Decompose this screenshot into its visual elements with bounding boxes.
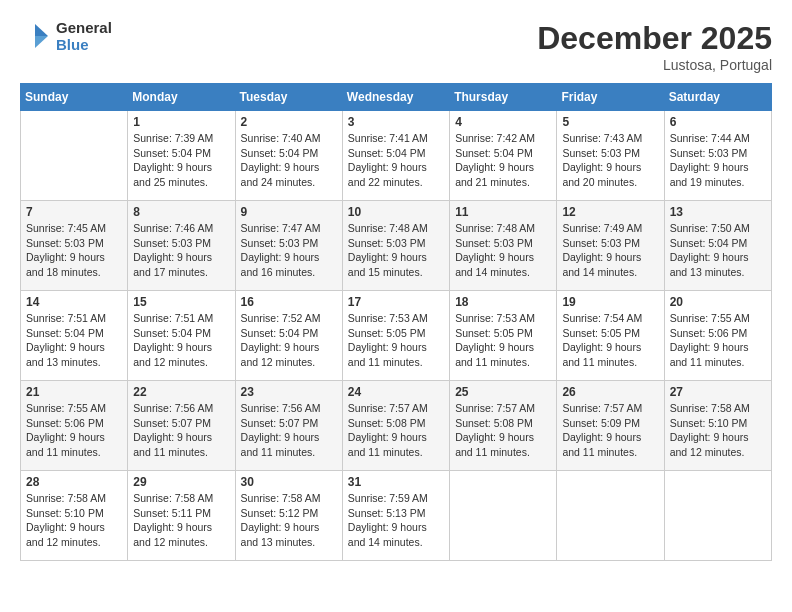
day-info: Sunrise: 7:51 AM Sunset: 5:04 PM Dayligh… [26, 311, 122, 370]
day-info: Sunrise: 7:57 AM Sunset: 5:08 PM Dayligh… [348, 401, 444, 460]
day-info: Sunrise: 7:54 AM Sunset: 5:05 PM Dayligh… [562, 311, 658, 370]
calendar-cell: 3Sunrise: 7:41 AM Sunset: 5:04 PM Daylig… [342, 111, 449, 201]
calendar-cell: 1Sunrise: 7:39 AM Sunset: 5:04 PM Daylig… [128, 111, 235, 201]
day-number: 13 [670, 205, 766, 219]
svg-marker-0 [35, 24, 48, 36]
day-info: Sunrise: 7:43 AM Sunset: 5:03 PM Dayligh… [562, 131, 658, 190]
calendar-cell: 20Sunrise: 7:55 AM Sunset: 5:06 PM Dayli… [664, 291, 771, 381]
day-number: 21 [26, 385, 122, 399]
day-info: Sunrise: 7:58 AM Sunset: 5:12 PM Dayligh… [241, 491, 337, 550]
day-info: Sunrise: 7:48 AM Sunset: 5:03 PM Dayligh… [455, 221, 551, 280]
calendar-cell: 16Sunrise: 7:52 AM Sunset: 5:04 PM Dayli… [235, 291, 342, 381]
day-number: 7 [26, 205, 122, 219]
month-title: December 2025 [537, 20, 772, 57]
calendar-cell: 29Sunrise: 7:58 AM Sunset: 5:11 PM Dayli… [128, 471, 235, 561]
logo-icon [20, 22, 50, 52]
day-info: Sunrise: 7:55 AM Sunset: 5:06 PM Dayligh… [670, 311, 766, 370]
day-number: 19 [562, 295, 658, 309]
calendar-cell: 31Sunrise: 7:59 AM Sunset: 5:13 PM Dayli… [342, 471, 449, 561]
calendar-cell: 12Sunrise: 7:49 AM Sunset: 5:03 PM Dayli… [557, 201, 664, 291]
day-number: 4 [455, 115, 551, 129]
day-number: 16 [241, 295, 337, 309]
day-info: Sunrise: 7:58 AM Sunset: 5:10 PM Dayligh… [26, 491, 122, 550]
calendar-cell [450, 471, 557, 561]
day-number: 24 [348, 385, 444, 399]
day-number: 22 [133, 385, 229, 399]
calendar-cell: 9Sunrise: 7:47 AM Sunset: 5:03 PM Daylig… [235, 201, 342, 291]
calendar-cell: 2Sunrise: 7:40 AM Sunset: 5:04 PM Daylig… [235, 111, 342, 201]
day-number: 8 [133, 205, 229, 219]
day-number: 10 [348, 205, 444, 219]
day-number: 12 [562, 205, 658, 219]
day-number: 1 [133, 115, 229, 129]
day-number: 11 [455, 205, 551, 219]
day-number: 3 [348, 115, 444, 129]
day-number: 25 [455, 385, 551, 399]
calendar-cell: 26Sunrise: 7:57 AM Sunset: 5:09 PM Dayli… [557, 381, 664, 471]
calendar-cell: 13Sunrise: 7:50 AM Sunset: 5:04 PM Dayli… [664, 201, 771, 291]
day-info: Sunrise: 7:59 AM Sunset: 5:13 PM Dayligh… [348, 491, 444, 550]
day-info: Sunrise: 7:49 AM Sunset: 5:03 PM Dayligh… [562, 221, 658, 280]
calendar-cell: 22Sunrise: 7:56 AM Sunset: 5:07 PM Dayli… [128, 381, 235, 471]
day-number: 30 [241, 475, 337, 489]
calendar-cell [664, 471, 771, 561]
calendar-cell: 23Sunrise: 7:56 AM Sunset: 5:07 PM Dayli… [235, 381, 342, 471]
day-info: Sunrise: 7:48 AM Sunset: 5:03 PM Dayligh… [348, 221, 444, 280]
day-info: Sunrise: 7:53 AM Sunset: 5:05 PM Dayligh… [348, 311, 444, 370]
day-info: Sunrise: 7:47 AM Sunset: 5:03 PM Dayligh… [241, 221, 337, 280]
logo-line1: General [56, 20, 112, 37]
day-info: Sunrise: 7:45 AM Sunset: 5:03 PM Dayligh… [26, 221, 122, 280]
logo: General Blue [20, 20, 112, 53]
calendar-cell: 10Sunrise: 7:48 AM Sunset: 5:03 PM Dayli… [342, 201, 449, 291]
day-number: 17 [348, 295, 444, 309]
day-info: Sunrise: 7:58 AM Sunset: 5:11 PM Dayligh… [133, 491, 229, 550]
day-info: Sunrise: 7:55 AM Sunset: 5:06 PM Dayligh… [26, 401, 122, 460]
day-info: Sunrise: 7:52 AM Sunset: 5:04 PM Dayligh… [241, 311, 337, 370]
day-info: Sunrise: 7:40 AM Sunset: 5:04 PM Dayligh… [241, 131, 337, 190]
calendar-cell: 8Sunrise: 7:46 AM Sunset: 5:03 PM Daylig… [128, 201, 235, 291]
header-cell-tuesday: Tuesday [235, 84, 342, 111]
day-number: 27 [670, 385, 766, 399]
day-info: Sunrise: 7:58 AM Sunset: 5:10 PM Dayligh… [670, 401, 766, 460]
day-info: Sunrise: 7:57 AM Sunset: 5:09 PM Dayligh… [562, 401, 658, 460]
header-cell-saturday: Saturday [664, 84, 771, 111]
day-info: Sunrise: 7:56 AM Sunset: 5:07 PM Dayligh… [133, 401, 229, 460]
day-info: Sunrise: 7:56 AM Sunset: 5:07 PM Dayligh… [241, 401, 337, 460]
calendar-table: SundayMondayTuesdayWednesdayThursdayFrid… [20, 83, 772, 561]
day-number: 18 [455, 295, 551, 309]
calendar-cell: 27Sunrise: 7:58 AM Sunset: 5:10 PM Dayli… [664, 381, 771, 471]
header-cell-thursday: Thursday [450, 84, 557, 111]
page-header: General Blue December 2025 Lustosa, Port… [20, 20, 772, 73]
day-number: 31 [348, 475, 444, 489]
calendar-cell: 11Sunrise: 7:48 AM Sunset: 5:03 PM Dayli… [450, 201, 557, 291]
day-number: 23 [241, 385, 337, 399]
day-number: 26 [562, 385, 658, 399]
calendar-cell: 21Sunrise: 7:55 AM Sunset: 5:06 PM Dayli… [21, 381, 128, 471]
title-block: December 2025 Lustosa, Portugal [537, 20, 772, 73]
day-info: Sunrise: 7:53 AM Sunset: 5:05 PM Dayligh… [455, 311, 551, 370]
calendar-cell: 18Sunrise: 7:53 AM Sunset: 5:05 PM Dayli… [450, 291, 557, 381]
day-number: 20 [670, 295, 766, 309]
day-info: Sunrise: 7:44 AM Sunset: 5:03 PM Dayligh… [670, 131, 766, 190]
day-number: 6 [670, 115, 766, 129]
header-cell-sunday: Sunday [21, 84, 128, 111]
day-info: Sunrise: 7:39 AM Sunset: 5:04 PM Dayligh… [133, 131, 229, 190]
header-cell-monday: Monday [128, 84, 235, 111]
calendar-cell: 7Sunrise: 7:45 AM Sunset: 5:03 PM Daylig… [21, 201, 128, 291]
header-cell-wednesday: Wednesday [342, 84, 449, 111]
calendar-cell: 6Sunrise: 7:44 AM Sunset: 5:03 PM Daylig… [664, 111, 771, 201]
day-number: 9 [241, 205, 337, 219]
calendar-week-1: 1Sunrise: 7:39 AM Sunset: 5:04 PM Daylig… [21, 111, 772, 201]
calendar-cell: 15Sunrise: 7:51 AM Sunset: 5:04 PM Dayli… [128, 291, 235, 381]
day-number: 14 [26, 295, 122, 309]
day-info: Sunrise: 7:57 AM Sunset: 5:08 PM Dayligh… [455, 401, 551, 460]
calendar-header-row: SundayMondayTuesdayWednesdayThursdayFrid… [21, 84, 772, 111]
day-info: Sunrise: 7:41 AM Sunset: 5:04 PM Dayligh… [348, 131, 444, 190]
header-cell-friday: Friday [557, 84, 664, 111]
logo-text: General Blue [56, 20, 112, 53]
day-info: Sunrise: 7:51 AM Sunset: 5:04 PM Dayligh… [133, 311, 229, 370]
calendar-cell: 19Sunrise: 7:54 AM Sunset: 5:05 PM Dayli… [557, 291, 664, 381]
calendar-cell: 17Sunrise: 7:53 AM Sunset: 5:05 PM Dayli… [342, 291, 449, 381]
calendar-cell: 5Sunrise: 7:43 AM Sunset: 5:03 PM Daylig… [557, 111, 664, 201]
day-number: 15 [133, 295, 229, 309]
